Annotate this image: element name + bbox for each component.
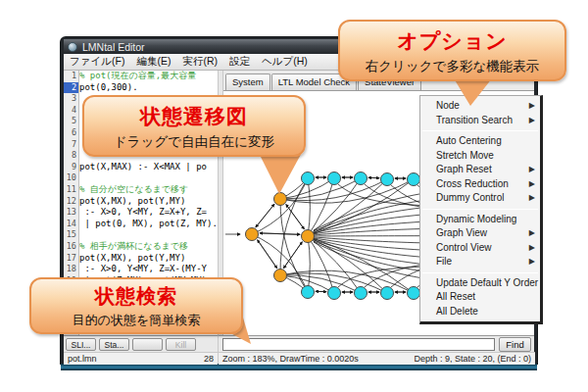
menu-item-2[interactable]: 実行(R) xyxy=(176,55,223,69)
line-number: 15 xyxy=(64,229,78,241)
line-number: 10 xyxy=(64,172,78,184)
callout-state-diagram: 状態遷移図 ドラッグで自由自在に変形 xyxy=(82,95,306,157)
callout-diagram-subtitle: ドラッグで自由自在に変形 xyxy=(84,133,304,151)
context-menu-item-file[interactable]: File▶ xyxy=(420,255,540,270)
context-menu-item-dynamic-modeling[interactable]: Dynamic Modeling xyxy=(420,213,540,227)
editor-button-row: SLI...Sta...Kill xyxy=(66,338,196,351)
menu-item-0[interactable]: ファイル(F) xyxy=(64,55,130,69)
window-title: LMNtal Editor xyxy=(82,41,145,53)
callout-diagram-title: 状態遷移図 xyxy=(84,103,304,130)
code-line: % pot(現在の容量,最大容量 xyxy=(79,71,218,82)
code-line: | pot(0, MX), pot(Z, MY). xyxy=(79,219,218,230)
state-node-orange[interactable] xyxy=(246,228,259,241)
callout-option-subtitle: 右クリックで多彩な機能表示 xyxy=(340,58,564,75)
line-number: 2 xyxy=(64,82,78,94)
code-line: pot(0,300). xyxy=(79,82,218,94)
callout-option: オプション 右クリックで多彩な機能表示 xyxy=(338,20,566,81)
submenu-arrow-icon: ▶ xyxy=(529,99,535,114)
context-menu-item-auto-centering[interactable]: Auto Centering xyxy=(420,134,540,149)
menu-item-3[interactable]: 設定 xyxy=(223,55,256,69)
line-number: 1 xyxy=(64,71,78,82)
state-node-cyan[interactable] xyxy=(302,286,315,299)
context-menu-item-dummy-control[interactable]: Dummy Control▶ xyxy=(420,191,540,206)
context-menu-item-transition-search[interactable]: Transition Search▶ xyxy=(420,114,540,128)
code-line: :- X>0, Y<MY, Z=X-(MY-Y xyxy=(79,264,218,275)
code-line: :- X>0, Y<MY, Z=X+Y, Z= xyxy=(79,207,218,219)
code-line: pot(X,MAX) :- X<MAX | po xyxy=(79,162,218,173)
state-node-cyan[interactable] xyxy=(381,173,394,186)
context-menu-item-graph-view[interactable]: Graph View▶ xyxy=(420,226,540,241)
callout-search-subtitle: 目的の状態を簡単検索 xyxy=(31,312,241,329)
state-node-cyan[interactable] xyxy=(328,287,341,300)
line-number: 12 xyxy=(64,196,78,208)
submenu-arrow-icon: ▶ xyxy=(529,226,535,241)
callout-option-title: オプション xyxy=(340,27,564,55)
editor-button-sli[interactable]: SLI... xyxy=(66,338,96,351)
app-icon xyxy=(68,42,77,52)
line-number: 9 xyxy=(64,162,78,173)
callout-search-title: 状態検索 xyxy=(31,283,241,310)
context-menu-item-all-reset[interactable]: All Reset xyxy=(420,290,540,305)
context-menu-item-control-view[interactable]: Control View▶ xyxy=(420,241,540,256)
line-number: 7 xyxy=(64,139,78,151)
submenu-arrow-icon: ▶ xyxy=(529,114,535,128)
context-menu-item-cross-reduction[interactable]: Cross Reduction▶ xyxy=(420,177,540,192)
zoom-drawtime-text: Zoom : 183%, DrawTime : 0.0020s xyxy=(222,354,359,364)
code-line: pot(X,MX), pot(Y,MY) xyxy=(79,253,218,265)
line-number: 13 xyxy=(64,207,78,219)
find-button[interactable]: Find xyxy=(499,337,531,352)
code-line: % 自分が空になるまで移す xyxy=(79,184,218,196)
menu-item-1[interactable]: 編集(E) xyxy=(130,55,176,69)
submenu-arrow-icon: ▶ xyxy=(529,191,535,206)
context-menu-item-all-delete[interactable]: All Delete xyxy=(420,305,540,319)
state-node-orange[interactable] xyxy=(302,230,315,243)
file-name: pot.lmn xyxy=(68,354,97,364)
state-node-cyan[interactable] xyxy=(328,172,341,185)
line-number: 8 xyxy=(64,150,78,162)
state-node-cyan[interactable] xyxy=(408,287,420,300)
line-number: 18 xyxy=(64,264,78,275)
submenu-arrow-icon: ▶ xyxy=(529,241,535,256)
line-number: 5 xyxy=(64,116,78,127)
line-number: 4 xyxy=(64,105,78,117)
submenu-arrow-icon: ▶ xyxy=(529,163,535,177)
callout-state-search: 状態検索 目的の状態を簡単検索 xyxy=(29,277,243,334)
state-node-cyan[interactable] xyxy=(408,173,420,186)
viewer-bottom-bar: Find Zoom : 183%, DrawTime : 0.0020s Dep… xyxy=(218,335,534,364)
line-number: 3 xyxy=(64,93,78,105)
viewer-status-bar: Zoom : 183%, DrawTime : 0.0020s Depth : … xyxy=(219,352,535,365)
menu-separator xyxy=(422,209,538,210)
editor-button-2[interactable] xyxy=(132,338,163,351)
code-line: pot(X,MX), pot(Y,MY) xyxy=(79,196,218,208)
context-menu-item-update-default-y-order[interactable]: Update Default Y Order xyxy=(420,276,540,291)
editor-button-sta[interactable]: Sta... xyxy=(99,338,129,351)
code-line: % 相手が満杯になるまで移 xyxy=(79,241,218,253)
state-node-cyan[interactable] xyxy=(355,172,368,185)
state-node-cyan[interactable] xyxy=(355,287,368,300)
menu-item-4[interactable]: ヘルプ(H) xyxy=(256,55,314,69)
line-count: 28 xyxy=(204,354,214,364)
tab-system[interactable]: System xyxy=(225,74,270,90)
depth-state-text: Depth : 9, State : 20, (End : 0) xyxy=(414,354,531,364)
find-input[interactable] xyxy=(222,338,495,351)
context-menu-item-graph-reset[interactable]: Graph Reset▶ xyxy=(420,163,540,177)
editor-bottom-bar: SLI...Sta...Kill pot.lmn 28 xyxy=(64,335,218,364)
code-line xyxy=(79,229,218,241)
line-number: 17 xyxy=(64,253,78,265)
line-number: 16 xyxy=(64,241,78,253)
editor-button-kill[interactable]: Kill xyxy=(166,338,196,351)
context-menu: Node▶Transition Search▶Auto CenteringStr… xyxy=(419,95,543,324)
line-number: 11 xyxy=(64,184,78,196)
submenu-arrow-icon: ▶ xyxy=(529,177,535,192)
line-number: 14 xyxy=(64,219,78,230)
state-node-cyan[interactable] xyxy=(381,287,394,300)
line-number: 6 xyxy=(64,127,78,139)
window-bottom-border xyxy=(61,364,537,370)
submenu-arrow-icon: ▶ xyxy=(529,255,535,270)
code-line xyxy=(79,172,218,184)
state-node-orange[interactable] xyxy=(274,270,287,282)
menu-separator xyxy=(422,130,538,131)
menu-separator xyxy=(422,272,538,273)
context-menu-item-stretch-move[interactable]: Stretch Move xyxy=(420,149,540,164)
editor-status-bar: pot.lmn 28 xyxy=(64,352,218,365)
